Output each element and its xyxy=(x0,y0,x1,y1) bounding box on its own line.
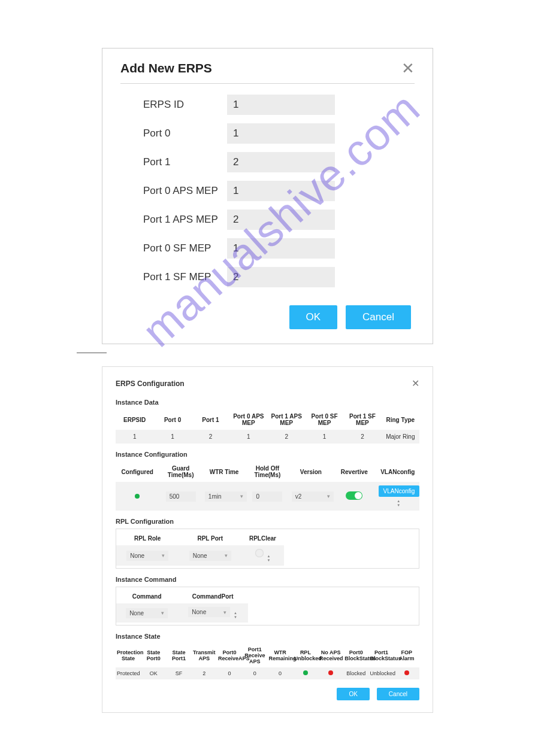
erps-config-dialog: ERPS Configuration ✕ Instance Data ERPSI… xyxy=(102,366,433,713)
instance-data-table: ERPSID Port 0 Port 1 Port 0 APS MEP Port… xyxy=(116,409,419,444)
col-p1r: Port1 Receive APS xyxy=(242,643,267,667)
guard-time-input[interactable]: 500 xyxy=(166,491,196,502)
instance-data-title: Instance Data xyxy=(116,399,419,406)
col-commandport: CommandPort xyxy=(177,590,248,603)
col-port1: Port 1 xyxy=(192,409,229,430)
stepper-down-icon: ▼ xyxy=(397,503,400,507)
col-configured: Configured xyxy=(116,462,159,482)
col-rplu: RPL Unblocked xyxy=(293,643,318,667)
rpl-role-select[interactable]: None▾ xyxy=(126,551,168,561)
rpl-table: RPL Role RPL Port RPLClear None▾ None▾ ▲… xyxy=(116,532,284,566)
col-p0bs: Port0 BlockStatus xyxy=(343,643,368,667)
rpl-stepper[interactable]: ▲▼ xyxy=(267,554,270,562)
port1-aps-input[interactable] xyxy=(227,210,335,230)
port1-input[interactable] xyxy=(227,152,335,172)
rpl-role-value: None xyxy=(130,552,144,559)
version-select[interactable]: v2▾ xyxy=(292,491,334,502)
col-p1bs: Port1 BlockStatus xyxy=(369,643,394,667)
port0-sf-input[interactable] xyxy=(227,238,335,259)
chevron-down-icon: ▾ xyxy=(327,493,330,499)
cell: OK xyxy=(141,667,166,679)
col-version: Version xyxy=(289,462,333,482)
cell: 0 xyxy=(217,667,242,679)
col-port0: Port 0 xyxy=(153,409,191,430)
chevron-down-icon: ▾ xyxy=(240,493,243,499)
cell: 1 xyxy=(306,430,343,444)
cell: 0 xyxy=(268,667,293,679)
table-row: Protected OK SF 2 0 0 0 Blocked Unblocke… xyxy=(116,667,419,679)
port1-aps-label: Port 1 APS MEP xyxy=(143,214,227,226)
port1-sf-input[interactable] xyxy=(227,267,335,287)
table-row: 500 1min▾ 0 v2▾ VLANconfig ▲▼ xyxy=(116,482,419,511)
cmd-box: Command CommandPort None▾ None▾ ▲▼ xyxy=(116,587,419,626)
rpl-title: RPL Configuration xyxy=(116,518,419,525)
col-taps: Transmit APS xyxy=(192,643,217,667)
table-row: None▾ None▾ ▲▼ xyxy=(116,545,284,566)
col-p0r: Port0 ReceiveAPS xyxy=(217,643,242,667)
table-row: None▾ None▾ ▲▼ xyxy=(116,603,248,623)
revertive-toggle[interactable] xyxy=(346,491,362,500)
commandport-value: None xyxy=(192,609,206,615)
rpl-box: RPL Role RPL Port RPLClear None▾ None▾ ▲… xyxy=(116,529,419,569)
port1-label: Port 1 xyxy=(143,156,227,168)
cell: 0 xyxy=(242,667,267,679)
instance-config-table: Configured Guard Time(Ms) WTR Time Hold … xyxy=(116,462,419,511)
col-wtrr: WTR Remaining xyxy=(268,643,293,667)
close-icon[interactable]: ✕ xyxy=(401,60,415,76)
holdoff-input[interactable]: 0 xyxy=(252,491,282,502)
col-wtr: WTR Time xyxy=(202,462,246,482)
no-aps-dot-icon xyxy=(328,670,333,675)
chevron-down-icon: ▾ xyxy=(162,552,165,558)
col-p1sf: Port 1 SF MEP xyxy=(343,409,381,430)
wtr-time-select[interactable]: 1min▾ xyxy=(205,491,247,502)
port0-aps-input[interactable] xyxy=(227,181,335,201)
stepper-up-icon: ▲ xyxy=(234,611,237,615)
add-erps-dialog: manualshive.com Add New ERPS ✕ ERPS ID P… xyxy=(102,48,433,344)
cmd-stepper[interactable]: ▲▼ xyxy=(234,611,237,619)
cell: 2 xyxy=(192,430,229,444)
col-vlan: VLANconfig xyxy=(376,462,419,482)
state-title: Instance State xyxy=(116,633,419,640)
divider xyxy=(77,353,107,353)
rpl-port-select[interactable]: None▾ xyxy=(189,551,231,561)
dialog-header: Add New ERPS ✕ xyxy=(120,60,415,84)
instance-config-title: Instance Configuration xyxy=(116,451,419,458)
command-value: None xyxy=(129,610,144,617)
ok-button[interactable]: OK xyxy=(289,305,338,329)
col-rpl-role: RPL Role xyxy=(116,532,179,545)
cell: 2 xyxy=(343,430,381,444)
cell: 2 xyxy=(268,430,306,444)
vlan-stepper[interactable]: ▲▼ xyxy=(397,499,400,507)
vlanconfig-button[interactable]: VLANconfig xyxy=(379,485,420,497)
col-guard: Guard Time(Ms) xyxy=(159,462,202,482)
col-command: Command xyxy=(116,590,177,603)
cancel-button[interactable]: Cancel xyxy=(346,305,411,329)
col-noaps: No APS Received xyxy=(318,643,343,667)
dialog-title: Add New ERPS xyxy=(120,61,212,75)
cell: Protected xyxy=(116,667,141,679)
cell: 1 xyxy=(153,430,191,444)
config-title: ERPS Configuration xyxy=(116,379,185,388)
chevron-down-icon: ▾ xyxy=(161,610,164,616)
port0-input[interactable] xyxy=(227,123,335,144)
cell: Blocked xyxy=(343,667,368,679)
col-p1aps: Port 1 APS MEP xyxy=(268,409,306,430)
ok-button[interactable]: OK xyxy=(337,688,369,700)
port0-label: Port 0 xyxy=(143,127,227,139)
cancel-button[interactable]: Cancel xyxy=(377,688,419,700)
col-ringtype: Ring Type xyxy=(382,409,419,430)
rpl-clear-button[interactable] xyxy=(255,549,264,557)
col-p0aps: Port 0 APS MEP xyxy=(229,409,267,430)
cell: Major Ring xyxy=(382,430,419,444)
cell: Unblocked xyxy=(369,667,394,679)
stepper-up-icon: ▲ xyxy=(267,554,270,558)
rpl-unblocked-dot-icon xyxy=(303,670,308,675)
cmd-title: Instance Command xyxy=(116,576,419,583)
form: ERPS ID Port 0 Port 1 Port 0 APS MEP Por… xyxy=(120,95,415,287)
commandport-select[interactable]: None▾ xyxy=(188,607,230,617)
close-icon[interactable]: ✕ xyxy=(412,378,419,389)
erps-id-input[interactable] xyxy=(227,95,335,115)
cmd-table: Command CommandPort None▾ None▾ ▲▼ xyxy=(116,590,248,623)
command-select[interactable]: None▾ xyxy=(126,608,168,618)
table-row: 1 1 2 1 2 1 2 Major Ring xyxy=(116,430,419,444)
